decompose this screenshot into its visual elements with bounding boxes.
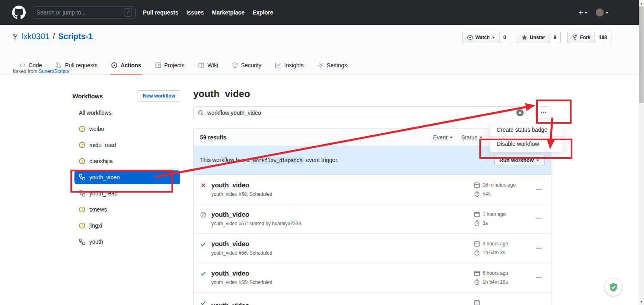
global-search-input[interactable] xyxy=(37,9,124,16)
github-logo-icon[interactable] xyxy=(12,6,26,19)
pull-request-icon xyxy=(56,62,62,68)
create-new-menu[interactable]: + xyxy=(578,8,588,17)
repo-owner-link[interactable]: lxk0301 xyxy=(22,32,50,41)
fork-count[interactable]: 188 xyxy=(595,32,611,43)
scroll-up-arrow[interactable]: ▲ xyxy=(639,0,644,6)
cancelled-icon xyxy=(200,212,206,218)
runs-filter-input[interactable] xyxy=(207,110,513,116)
sidebar-item-youth-read[interactable]: youth_read xyxy=(72,185,180,201)
workflow-list: All workflows weibo midu_read dianshijia… xyxy=(72,105,180,250)
sidebar-item-youth-video[interactable]: youth_video xyxy=(74,170,180,184)
repo-separator: / xyxy=(53,32,55,41)
watch-count[interactable]: 0 xyxy=(500,32,511,43)
tab-security[interactable]: Security xyxy=(231,62,262,75)
tab-wiki[interactable]: Wiki xyxy=(197,62,219,75)
run-time: 6 hours ago xyxy=(483,270,508,276)
repo-name-link[interactable]: Scripts-1 xyxy=(58,32,93,41)
run-workflow-button[interactable]: Run workflow xyxy=(494,155,545,166)
tab-label: Settings xyxy=(327,62,347,68)
tab-insights[interactable]: Insights xyxy=(274,62,304,75)
workflow-label: weibo xyxy=(89,126,104,132)
new-workflow-button[interactable]: New workflow xyxy=(138,90,180,102)
page-title: youth_video xyxy=(193,88,551,100)
runs-filter-search[interactable] xyxy=(193,106,528,119)
event-filter-dropdown[interactable]: Event xyxy=(433,129,453,146)
green-shield-check-icon xyxy=(609,282,618,292)
sidebar-item-jingxi[interactable]: jingxi xyxy=(72,218,180,234)
workflow-label: youth_video xyxy=(89,174,120,181)
sidebar-item-youth[interactable]: youth xyxy=(72,234,180,250)
run-options-button[interactable] xyxy=(533,301,545,305)
run-options-button[interactable] xyxy=(533,213,545,224)
eye-icon xyxy=(467,34,473,41)
run-duration: 1h 54m 3s xyxy=(483,250,505,255)
run-title-link[interactable]: youth_video xyxy=(211,182,474,189)
repo-forked-icon xyxy=(12,33,19,40)
workflows-heading: Workflows xyxy=(72,93,103,100)
watch-button[interactable]: Watch xyxy=(462,32,500,43)
run-row: youth_video youth_video #57: started by … xyxy=(194,204,551,233)
run-title-link[interactable]: youth_video xyxy=(211,211,474,218)
sidebar-item-weibo[interactable]: weibo xyxy=(72,121,180,137)
tab-label: Security xyxy=(241,62,262,68)
tab-code[interactable]: Code xyxy=(19,62,43,75)
nav-issues[interactable]: Issues xyxy=(186,9,204,16)
gear-icon xyxy=(318,62,324,68)
global-header: / Pull requests Issues Marketplace Explo… xyxy=(0,0,644,25)
search-icon xyxy=(198,110,204,116)
tab-projects[interactable]: Projects xyxy=(154,62,186,75)
x-failure-icon xyxy=(200,182,206,189)
check-success-icon xyxy=(200,241,206,247)
workflow-options-button[interactable] xyxy=(535,106,551,118)
avatar xyxy=(596,8,604,17)
run-options-button[interactable] xyxy=(533,184,545,195)
chevron-down-icon xyxy=(584,12,588,15)
workflow-label: midu_read xyxy=(89,142,116,148)
warning-octagon-icon xyxy=(79,142,85,148)
tab-label: Pull requests xyxy=(65,62,97,68)
sidebar-item-dianshijia[interactable]: dianshijia xyxy=(72,153,180,169)
chevron-down-icon xyxy=(492,37,495,40)
run-options-button[interactable] xyxy=(533,243,545,254)
event-filter-label: Event xyxy=(433,134,448,141)
nav-marketplace[interactable]: Marketplace xyxy=(212,9,245,16)
workflow-label: youth_read xyxy=(89,190,118,197)
star-count[interactable]: 8 xyxy=(549,32,561,43)
menu-item-disable-workflow[interactable]: Disable workflow xyxy=(490,136,563,152)
browser-extension-badge[interactable] xyxy=(605,279,622,296)
warning-octagon-icon xyxy=(79,126,85,132)
nav-pull-requests[interactable]: Pull requests xyxy=(143,9,178,16)
sidebar-item-all-workflows[interactable]: All workflows xyxy=(72,105,180,121)
run-options-button[interactable] xyxy=(533,272,545,283)
page-scrollbar[interactable]: ▲ ▼ xyxy=(639,0,644,305)
shield-icon xyxy=(232,62,238,68)
run-subtitle: youth_video #56: Scheduled xyxy=(211,250,474,256)
warning-octagon-icon xyxy=(79,206,85,213)
status-filter-dropdown[interactable]: Status xyxy=(461,129,483,146)
kebab-horizontal-icon xyxy=(536,186,542,193)
repo-tabs: Code Pull requests Actions xyxy=(19,62,360,75)
clear-search-button[interactable] xyxy=(516,109,524,116)
global-search[interactable]: / xyxy=(33,6,136,19)
runs-list-card: 59 results Event Status This workflow ha… xyxy=(193,128,551,305)
sidebar-item-txnews[interactable]: txnews xyxy=(72,201,180,218)
user-menu[interactable] xyxy=(596,8,609,17)
run-title-link[interactable]: youth_video xyxy=(211,270,474,277)
scroll-down-arrow[interactable]: ▼ xyxy=(639,299,644,305)
run-subtitle: youth_video #57: started by huamiyu2333 xyxy=(211,221,474,226)
tab-pull-requests[interactable]: Pull requests xyxy=(55,62,98,75)
stopwatch-icon xyxy=(474,249,480,256)
tab-actions[interactable]: Actions xyxy=(110,62,142,75)
tab-settings[interactable]: Settings xyxy=(317,62,348,75)
scrollbar-thumb[interactable] xyxy=(639,6,644,103)
unstar-button[interactable]: Unstar xyxy=(517,32,549,43)
run-title-link[interactable]: youth_video xyxy=(211,302,474,305)
run-title-link[interactable]: youth_video xyxy=(211,241,474,248)
repo-forked-icon xyxy=(572,34,578,41)
nav-explore[interactable]: Explore xyxy=(252,9,273,16)
calendar-icon xyxy=(474,270,480,276)
fork-button[interactable]: Fork xyxy=(567,32,595,43)
menu-item-create-status-badge[interactable]: Create status badge xyxy=(490,123,563,136)
sidebar-item-midu-read[interactable]: midu_read xyxy=(72,137,180,153)
banner-text: This workflow has a workflow_dispatch ev… xyxy=(200,157,339,164)
